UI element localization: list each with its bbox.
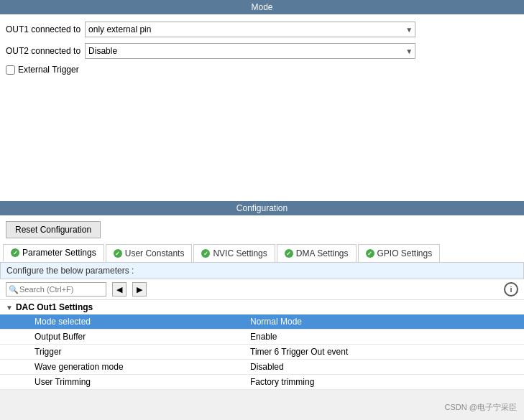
tab-dma-settings[interactable]: ✓ DMA Settings <box>277 244 357 262</box>
table-row: Trigger Timer 6 Trigger Out event <box>0 345 524 360</box>
external-trigger-checkbox[interactable] <box>6 65 15 75</box>
tab-gpio-label: GPIO Settings <box>377 248 433 258</box>
tab-nvic-icon: ✓ <box>201 249 210 258</box>
tabs-bar: ✓ Parameter Settings ✓ User Constants ✓ … <box>0 244 524 263</box>
param-name: Output Buffer <box>0 330 244 344</box>
param-name: Trigger <box>0 345 244 359</box>
tab-param-icon: ✓ <box>11 248 19 257</box>
tab-nvic-settings[interactable]: ✓ NVIC Settings <box>193 244 275 262</box>
config-section: Configuration Reset Configuration ✓ Para… <box>0 201 524 390</box>
tab-gpio-settings[interactable]: ✓ GPIO Settings <box>358 244 441 262</box>
param-group-header: ▼ DAC Out1 Settings <box>0 300 524 314</box>
search-bar: 🔍 ◀ ▶ i <box>0 279 524 300</box>
tab-param-label: Parameter Settings <box>22 248 96 258</box>
tab-param-settings[interactable]: ✓ Parameter Settings <box>3 244 104 262</box>
tab-user-label: User Constants <box>125 248 185 258</box>
param-group-label: DAC Out1 Settings <box>16 302 93 312</box>
out2-row: OUT2 connected to Disable Enable ▼ <box>6 43 518 59</box>
out2-select-wrapper[interactable]: Disable Enable ▼ <box>85 43 415 59</box>
tab-dma-icon: ✓ <box>285 249 293 258</box>
out2-label: OUT2 connected to <box>6 46 81 56</box>
table-row: User Trimming Factory trimming <box>0 375 524 390</box>
table-row: Output Buffer Enable <box>0 330 524 345</box>
search-input[interactable] <box>6 282 106 297</box>
tab-dma-label: DMA Settings <box>296 248 349 258</box>
param-value: Normal Mode <box>244 314 524 329</box>
param-value: Disabled <box>244 360 524 374</box>
external-trigger-row: External Trigger <box>6 65 518 75</box>
prev-search-button[interactable]: ◀ <box>112 282 127 297</box>
param-name: Mode selected <box>0 314 244 329</box>
search-input-wrapper: 🔍 <box>6 282 106 297</box>
tab-gpio-icon: ✓ <box>366 249 374 258</box>
param-value: Enable <box>244 330 524 344</box>
next-search-button[interactable]: ▶ <box>132 282 147 297</box>
param-rows-container: Mode selected Normal Mode Output Buffer … <box>0 314 524 390</box>
mode-section-header: Mode <box>0 0 524 14</box>
info-button[interactable]: i <box>504 282 518 297</box>
reset-config-button[interactable]: Reset Configuration <box>6 221 101 238</box>
out1-label: OUT1 connected to <box>6 24 81 34</box>
tab-user-icon: ✓ <box>114 249 122 258</box>
param-group-arrow-icon: ▼ <box>6 304 13 312</box>
params-description: Configure the below parameters : <box>0 263 524 279</box>
param-name: User Trimming <box>0 375 244 389</box>
external-trigger-label: External Trigger <box>18 65 79 75</box>
mode-section-body: OUT1 connected to only external pin exte… <box>0 14 524 201</box>
tab-nvic-label: NVIC Settings <box>213 248 267 258</box>
table-row: Wave generation mode Disabled <box>0 360 524 375</box>
tab-user-constants[interactable]: ✓ User Constants <box>106 244 193 262</box>
search-magnifier-icon: 🔍 <box>9 285 19 294</box>
out1-row: OUT1 connected to only external pin exte… <box>6 22 518 37</box>
out2-select[interactable]: Disable Enable <box>85 43 415 59</box>
param-value: Factory trimming <box>244 375 524 389</box>
param-name: Wave generation mode <box>0 360 244 374</box>
table-row: Mode selected Normal Mode <box>0 314 524 330</box>
param-value: Timer 6 Trigger Out event <box>244 345 524 359</box>
out1-select-wrapper[interactable]: only external pin external pin and inter… <box>85 22 415 37</box>
out1-select[interactable]: only external pin external pin and inter… <box>85 22 415 37</box>
watermark: CSDN @电子宁采臣 <box>445 402 517 413</box>
config-header: Configuration <box>0 201 524 215</box>
